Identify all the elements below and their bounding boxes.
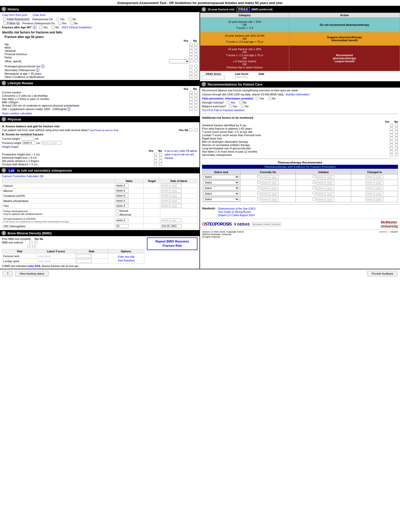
calcium-no[interactable] bbox=[194, 108, 197, 111]
initial-assessment-check[interactable]: Initial Assessment bbox=[3, 17, 29, 21]
risk-fallen-yes[interactable] bbox=[390, 150, 393, 153]
nutrition-info-link[interactable]: Nutrition Information bbox=[286, 93, 310, 96]
bmi-no[interactable] bbox=[194, 101, 197, 104]
prev-height-date[interactable] bbox=[41, 141, 62, 145]
fracture-pelvis-no[interactable] bbox=[194, 56, 197, 59]
risk-gluco-yes[interactable] bbox=[390, 147, 393, 150]
pharma-currently-date-1[interactable] bbox=[261, 175, 279, 179]
pharma-initiated-date-1[interactable] bbox=[317, 175, 334, 179]
gluco-yes[interactable] bbox=[189, 65, 192, 68]
femoral-date[interactable] bbox=[76, 254, 92, 258]
falls-no-check[interactable]: No bbox=[268, 97, 276, 100]
occiput-yes[interactable] bbox=[154, 163, 157, 166]
risk-vertebral-yes[interactable] bbox=[390, 124, 393, 127]
pharma-med-select-4[interactable]: Select bbox=[203, 192, 239, 196]
menopause-yes[interactable] bbox=[189, 72, 192, 75]
follow-up-check[interactable]: Follow-Up bbox=[3, 22, 20, 25]
view-tracking-btn[interactable]: View tracking status bbox=[15, 271, 49, 276]
clear-form-link[interactable]: Clear form bbox=[33, 13, 46, 16]
prev-osteo-no[interactable]: No bbox=[71, 22, 78, 25]
protein-normal-radio[interactable] bbox=[116, 209, 119, 212]
smoker-no[interactable] bbox=[194, 91, 197, 94]
frax-score-input[interactable] bbox=[202, 75, 225, 80]
fracture-other-select[interactable] bbox=[169, 59, 189, 63]
fracture-humerus-no[interactable] bbox=[194, 53, 197, 56]
risk-tscore-no[interactable] bbox=[395, 130, 398, 133]
pharma-initiated-date-4[interactable] bbox=[317, 192, 334, 196]
pharma-initiated-2[interactable] bbox=[313, 181, 316, 184]
assess-yes[interactable] bbox=[189, 129, 192, 132]
risk-tscore-yes[interactable] bbox=[390, 130, 393, 133]
other-cond-no[interactable] bbox=[194, 75, 197, 78]
pharma-med-select-5[interactable]: Select bbox=[203, 197, 239, 201]
albumin-date[interactable] bbox=[161, 189, 182, 193]
calcium-yes[interactable] bbox=[189, 108, 192, 111]
fracture-humerus-yes[interactable] bbox=[189, 53, 192, 56]
pharma-med-select-2[interactable]: Select bbox=[203, 180, 239, 185]
calcium-date[interactable] bbox=[161, 184, 182, 188]
pharma-changed-date-4[interactable] bbox=[366, 192, 383, 196]
calcium-info-icon[interactable]: i bbox=[67, 107, 71, 111]
lumbar-date[interactable] bbox=[76, 259, 92, 263]
enter-new-vital-link[interactable]: Enter new vital bbox=[109, 255, 143, 258]
pharma-med-select-1[interactable]: Select bbox=[203, 175, 239, 179]
order-dxa-link[interactable]: order DXA bbox=[27, 264, 40, 268]
fallen-yes[interactable] bbox=[189, 97, 192, 100]
height-graph-link[interactable]: Height Graph bbox=[2, 145, 197, 148]
pharma-initiated-5[interactable] bbox=[313, 197, 316, 200]
fracture-wrist-no[interactable] bbox=[194, 46, 197, 49]
risk-bone-loss-yes[interactable] bbox=[390, 137, 393, 140]
fracture-vertebral-yes[interactable] bbox=[189, 49, 192, 52]
rib-pelvis-yes[interactable] bbox=[154, 159, 157, 162]
guidelines-link[interactable]: 2023 Clinical Guidelines bbox=[62, 26, 92, 29]
height-loss-6-no[interactable] bbox=[159, 156, 162, 159]
risk-wrist-yes[interactable] bbox=[390, 127, 393, 130]
prior-bmd-yes[interactable] bbox=[29, 241, 32, 244]
gluco-no[interactable] bbox=[194, 65, 197, 68]
creatinine-date[interactable] bbox=[161, 194, 182, 198]
pharma-currently-date-5[interactable] bbox=[261, 198, 279, 201]
pharma-changed-date-2[interactable] bbox=[366, 181, 383, 185]
timed-up-go-link[interactable]: (Get/Timed Up and Go Test) bbox=[90, 129, 118, 132]
risk-aromatase-yes[interactable] bbox=[390, 144, 393, 147]
gluco-info-icon[interactable]: i bbox=[41, 65, 45, 68]
height-loss-6-yes[interactable] bbox=[154, 156, 157, 159]
fracture-50-yes[interactable]: Yes bbox=[39, 26, 48, 29]
alkaline-value[interactable] bbox=[116, 199, 128, 203]
height-loss-2-yes[interactable] bbox=[154, 153, 157, 156]
fracture-hip-no[interactable] bbox=[194, 43, 197, 46]
bmd-ordered-no[interactable] bbox=[32, 245, 35, 248]
risk-gluco-no[interactable] bbox=[395, 147, 398, 150]
ontario-lu-link[interactable]: Ontario LU Codes August 2024 bbox=[218, 214, 255, 217]
assess-no[interactable] bbox=[194, 129, 197, 132]
fracture-other-yes[interactable] bbox=[190, 60, 193, 63]
balance-no[interactable]: No bbox=[241, 105, 249, 108]
calcium-calc-link[interactable]: Calcium Correction Calculator (W... bbox=[2, 175, 46, 178]
pharma-currently-date-4[interactable] bbox=[261, 192, 279, 196]
activity-no[interactable] bbox=[194, 104, 197, 107]
copy-form-link[interactable]: Copy form from prior bbox=[2, 13, 28, 16]
risk-bone-loss-no[interactable] bbox=[395, 137, 398, 140]
bmd-ordered-yes[interactable] bbox=[27, 245, 30, 248]
alcohol-yes[interactable] bbox=[189, 94, 192, 97]
fracture-hip-yes[interactable] bbox=[189, 43, 192, 46]
risk-sec-osteo-no[interactable] bbox=[395, 153, 398, 156]
rib-pelvis-no[interactable] bbox=[159, 159, 162, 162]
tsh-date[interactable] bbox=[161, 204, 182, 208]
sec-osteo-no[interactable] bbox=[194, 69, 197, 72]
osteo-dx-yes[interactable]: Yes bbox=[56, 18, 64, 21]
risk-lumbar-yes[interactable] bbox=[390, 134, 393, 137]
pharma-initiated-date-3[interactable] bbox=[317, 187, 334, 190]
question-mark-btn[interactable]: ? bbox=[3, 271, 13, 276]
view-flowsheet-link[interactable]: View flowsheet bbox=[109, 259, 143, 262]
risk-aromatase-no[interactable] bbox=[395, 144, 398, 147]
pharma-initiated-date-5[interactable] bbox=[317, 198, 334, 201]
calcium-value[interactable] bbox=[116, 184, 128, 188]
pharma-initiated-4[interactable] bbox=[313, 192, 316, 195]
prior-bmd-no[interactable] bbox=[34, 241, 37, 244]
fracture-pelvis-yes[interactable] bbox=[189, 56, 192, 59]
onj-handout-link[interactable]: Osteonecrosis of the Jaw (ONJ) bbox=[218, 207, 255, 210]
pharma-currently-on-1[interactable] bbox=[257, 175, 260, 178]
risk-fallen-no[interactable] bbox=[395, 150, 398, 153]
risk-sec-osteo-yes[interactable] bbox=[390, 153, 393, 156]
